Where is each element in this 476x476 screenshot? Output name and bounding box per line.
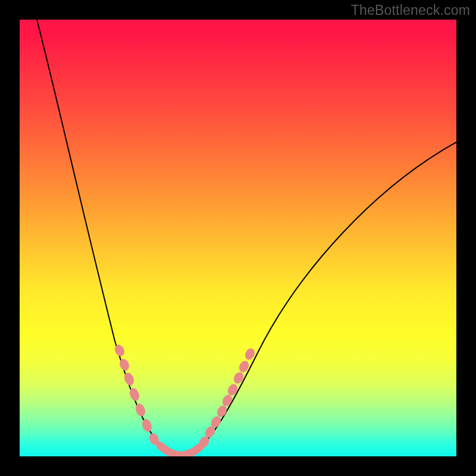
svg-point-4 [134,402,147,418]
gradient-plot-area [20,20,456,456]
right-bead-cluster [198,347,257,450]
watermark-text: TheBottleneck.com [351,2,470,18]
bottleneck-curve-svg [20,20,456,456]
bottleneck-curve [37,20,456,454]
svg-point-0 [113,343,126,358]
svg-point-13 [232,371,245,386]
svg-point-1 [118,358,131,372]
svg-point-2 [123,371,136,387]
valley-floor-beads [160,446,200,455]
svg-point-3 [128,387,141,402]
outer-black-frame: TheBottleneck.com [0,0,476,476]
svg-point-5 [140,418,153,433]
